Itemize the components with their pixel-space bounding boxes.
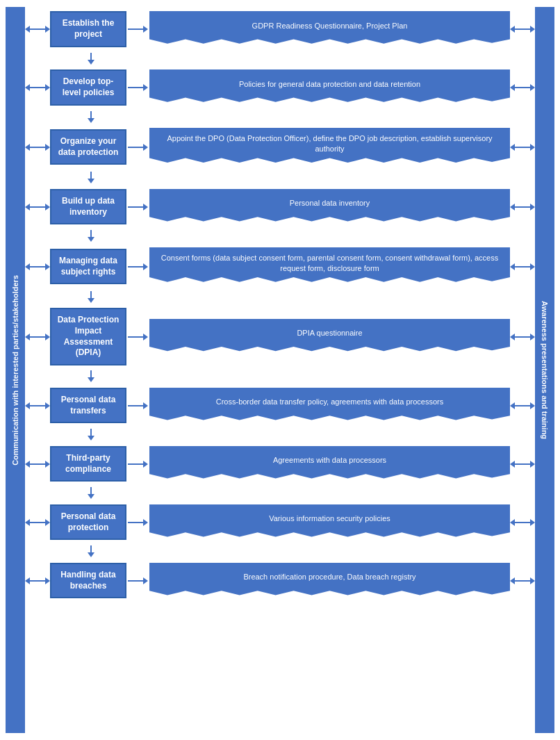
arrowhead-down-establish [88, 60, 94, 65]
left-arrowhead-right-organize [45, 144, 50, 151]
arrowhead-down-develop [88, 118, 94, 123]
mid-connector-breaches [128, 577, 148, 584]
right-arrowhead-left-establish [510, 26, 515, 33]
left-arrowhead-right-buildup [45, 204, 50, 211]
right-arrowhead-right-protection [530, 519, 535, 526]
right-arrowhead-left-breaches [510, 577, 515, 584]
process-box-organize: Organize your data protection [50, 129, 126, 165]
right-arrowhead-right-dpia [530, 334, 535, 340]
left-arrowhead-right-transfers [45, 402, 50, 409]
left-arrowhead-left-organize [25, 144, 30, 151]
right-connector-buildup [510, 204, 535, 211]
left-connector-breaches [25, 577, 50, 584]
right-arrowhead-left-develop [510, 84, 515, 91]
left-arrowhead-left-dpia [25, 334, 30, 340]
right-connector-establish [510, 26, 535, 33]
down-arrow-symbol-develop [88, 111, 94, 123]
mid-line-buildup [128, 206, 143, 208]
right-arrowhead-left-protection [510, 519, 515, 526]
left-arrowhead-left-buildup [25, 204, 30, 211]
down-arrow-transfers [25, 428, 535, 442]
right-arrowhead-right-thirdparty [530, 461, 535, 468]
left-line-buildup [30, 206, 45, 208]
right-connector-transfers [510, 402, 535, 409]
right-line-develop [515, 87, 530, 88]
left-line-protection [30, 522, 45, 523]
right-connector-develop [510, 84, 535, 91]
right-arrowhead-right-breaches [530, 577, 535, 584]
left-bar-label: Communication with interested parties/st… [10, 275, 20, 466]
right-arrowhead-left-thirdparty [510, 461, 515, 468]
mid-line-establish [128, 28, 143, 30]
mid-connector-dpia [128, 334, 148, 340]
left-arrowhead-right-managing [45, 263, 50, 270]
left-connector-transfers [25, 402, 50, 409]
left-line-dpia [30, 336, 45, 338]
flow-row-managing: Managing data subject rights Consent for… [25, 247, 535, 286]
left-connector-dpia [25, 334, 50, 340]
right-bar-label: Awareness presentations and training [540, 301, 550, 439]
left-line-organize [30, 147, 45, 148]
flow-row-establish: Establish the project GDPR Readiness Que… [25, 11, 535, 47]
left-arrowhead-left-thirdparty [25, 461, 30, 468]
doc-box-dpia: DPIA questionnaire [149, 319, 510, 355]
mid-connector-organize [128, 144, 148, 151]
down-arrow-protection [25, 545, 535, 559]
right-arrowhead-left-organize [510, 144, 515, 151]
left-arrowhead-left-transfers [25, 402, 30, 409]
down-arrow-symbol-organize [88, 172, 94, 183]
mid-arrowhead-breaches [143, 577, 148, 584]
left-line-establish [30, 28, 45, 30]
right-arrowhead-right-managing [530, 263, 535, 270]
vline-protection [90, 545, 92, 552]
doc-box-managing: Consent forms (data subject consent form… [149, 247, 510, 286]
down-arrow-thirdparty [25, 486, 535, 500]
vline-develop [90, 111, 92, 118]
mid-arrowhead-protection [143, 519, 148, 526]
main-content: Establish the project GDPR Readiness Que… [25, 7, 535, 733]
right-line-dpia [515, 336, 530, 338]
arrowhead-down-transfers [88, 436, 94, 441]
diagram-container: Communication with interested parties/st… [0, 0, 560, 740]
mid-arrowhead-transfers [143, 402, 148, 409]
arrowhead-down-organize [88, 179, 94, 183]
left-connector-protection [25, 519, 50, 526]
process-box-develop: Develop top-level policies [50, 69, 126, 105]
left-arrowhead-left-protection [25, 519, 30, 526]
down-arrow-symbol-establish [88, 53, 94, 65]
down-arrow-symbol-transfers [88, 429, 94, 441]
left-arrowhead-right-protection [45, 519, 50, 526]
arrowhead-down-dpia [88, 377, 94, 382]
flow-row-transfers: Personal data transfers Cross-border dat… [25, 388, 535, 424]
right-connector-managing [510, 263, 535, 270]
right-line-buildup [515, 206, 530, 208]
doc-box-thirdparty: Agreements with data processors [149, 446, 510, 482]
right-connector-protection [510, 519, 535, 526]
flow-row-thirdparty: Third-party compliance Agreements with d… [25, 446, 535, 482]
right-line-transfers [515, 405, 530, 406]
mid-arrowhead-managing [143, 263, 148, 270]
mid-line-protection [128, 522, 143, 523]
left-arrowhead-right-breaches [45, 577, 50, 584]
left-arrowhead-right-thirdparty [45, 461, 50, 468]
left-connector-managing [25, 263, 50, 270]
vline-dpia [90, 370, 92, 377]
mid-line-transfers [128, 405, 143, 406]
left-arrowhead-left-breaches [25, 577, 30, 584]
flow-row-dpia: Data Protection Impact Assessment (DPIA)… [25, 308, 535, 365]
left-arrowhead-left-develop [25, 84, 30, 91]
right-connector-thirdparty [510, 461, 535, 468]
mid-line-dpia [128, 336, 143, 338]
right-arrowhead-right-establish [530, 26, 535, 33]
down-arrow-organize [25, 171, 535, 185]
down-arrow-establish [25, 51, 535, 65]
arrowhead-down-thirdparty [88, 494, 94, 499]
mid-connector-thirdparty [128, 461, 148, 468]
down-arrow-symbol-protection [88, 545, 94, 557]
doc-box-establish: GDPR Readiness Questionnaire, Project Pl… [149, 11, 510, 47]
left-arrowhead-right-dpia [45, 334, 50, 340]
doc-box-transfers: Cross-border data transfer policy, agree… [149, 388, 510, 424]
right-connector-dpia [510, 334, 535, 340]
left-connector-organize [25, 144, 50, 151]
down-arrow-symbol-dpia [88, 370, 94, 382]
